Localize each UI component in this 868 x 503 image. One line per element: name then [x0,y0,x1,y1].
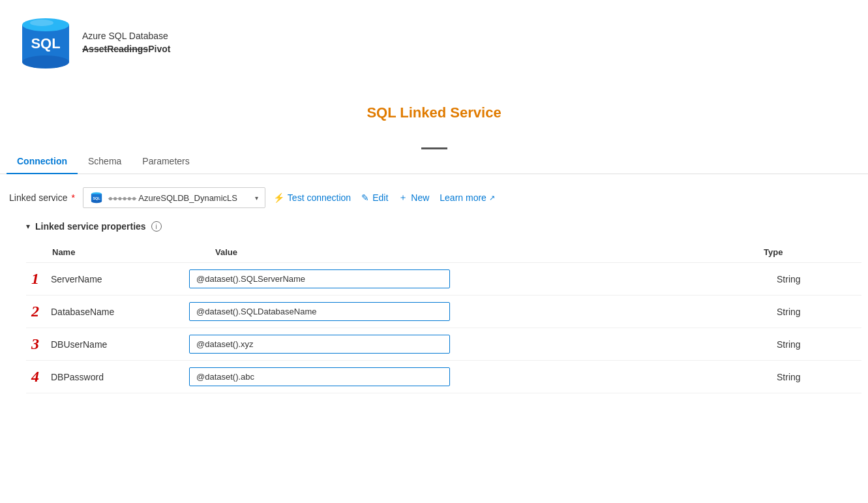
info-icon: i [151,221,162,232]
sql-database-icon: SQL [20,13,72,72]
row-1-name-cell: 1 ServerName [26,270,189,288]
row-1-number: 1 [26,270,44,288]
table-row: 4 DBPassword String [26,361,861,393]
svg-point-3 [22,55,69,69]
row-1-value-cell [189,269,764,288]
page-title: SQL Linked Service [0,104,868,121]
db-info: Azure SQL Database AssetReadingsPivot [82,31,170,54]
tab-parameters[interactable]: Parameters [132,149,200,174]
properties-table: 1 ServerName String 2 DatabaseName Strin… [26,263,861,393]
row-2-type: String [764,307,861,317]
new-button[interactable]: ＋ New [398,189,429,206]
col-header-name: Name [52,247,215,257]
test-connection-button[interactable]: ⚡ Test connection [273,190,351,206]
test-connection-icon: ⚡ [273,192,284,203]
external-link-icon: ↗ [489,194,495,202]
learn-more-label: Learn more [440,192,486,203]
table-row: 2 DatabaseName String [26,296,861,328]
svg-text:SQL: SQL [93,196,100,200]
table-row: 1 ServerName String [26,263,861,296]
row-2-value-cell [189,302,764,321]
edit-button[interactable]: ✎ Edit [361,190,388,206]
action-buttons: ⚡ Test connection ✎ Edit ＋ New Learn mor… [273,189,495,206]
row-2-name: DatabaseName [51,307,114,317]
collapse-icon: ▾ [26,222,30,231]
svg-point-4 [30,20,53,26]
linked-service-label: Linked service * [9,192,75,203]
new-label: New [411,192,429,203]
row-3-name: DBUserName [51,339,107,350]
row-3-value-cell [189,335,764,354]
db-name-suffix: Pivot [148,44,170,54]
db-name-label: AssetReadingsPivot [82,44,170,54]
row-4-number: 4 [26,368,44,386]
properties-section: ▾ Linked service properties i Name Value… [26,221,861,393]
row-4-type: String [764,372,861,382]
row-3-type: String [764,339,861,350]
dropdown-sql-icon: SQL [90,191,103,204]
linked-service-dropdown[interactable]: SQL ●●●●●● AzureSQLDB_DynamicLS ▾ [83,187,265,208]
title-section: SQL Linked Service [0,85,868,147]
tab-schema[interactable]: Schema [78,149,132,174]
test-connection-label: Test connection [288,192,351,203]
table-row: 3 DBUserName String [26,328,861,361]
svg-text:SQL: SQL [31,35,60,52]
learn-more-link[interactable]: Learn more ↗ [440,192,495,203]
new-plus-icon: ＋ [398,192,408,204]
required-indicator: * [71,192,74,203]
db-name-prefix: AssetReadings [82,44,148,54]
row-3-name-cell: 3 DBUserName [26,335,189,353]
edit-icon: ✎ [361,192,369,203]
row-1-type: String [764,274,861,284]
row-3-value-input[interactable] [189,335,450,354]
edit-label: Edit [372,192,388,203]
row-1-name: ServerName [51,274,102,284]
col-header-type: Type [764,247,861,257]
row-4-name-cell: 4 DBPassword [26,368,189,386]
dropdown-selected-value: ●●●●●● AzureSQLDB_DynamicLS [108,193,250,203]
content-area: Linked service * SQL ●●●●●● AzureSQLDB_D… [0,174,868,406]
row-1-value-input[interactable] [189,269,450,288]
db-type-label: Azure SQL Database [82,31,170,41]
top-section: SQL Azure SQL Database AssetReadingsPivo… [0,0,868,85]
properties-header[interactable]: ▾ Linked service properties i [26,221,861,232]
tab-connection[interactable]: Connection [7,149,78,174]
row-3-number: 3 [26,335,44,353]
row-2-value-input[interactable] [189,302,450,321]
tabs-bar: Connection Schema Parameters [0,149,868,174]
linked-service-row: Linked service * SQL ●●●●●● AzureSQLDB_D… [7,187,861,208]
row-2-name-cell: 2 DatabaseName [26,303,189,320]
properties-table-header: Name Value Type [26,242,861,263]
properties-title: Linked service properties [35,221,146,232]
col-header-value: Value [215,247,764,257]
dropdown-chevron-icon: ▾ [255,194,258,202]
row-4-value-input[interactable] [189,367,450,386]
row-2-number: 2 [26,303,44,320]
row-4-value-cell [189,367,764,386]
row-4-name: DBPassword [51,372,104,382]
